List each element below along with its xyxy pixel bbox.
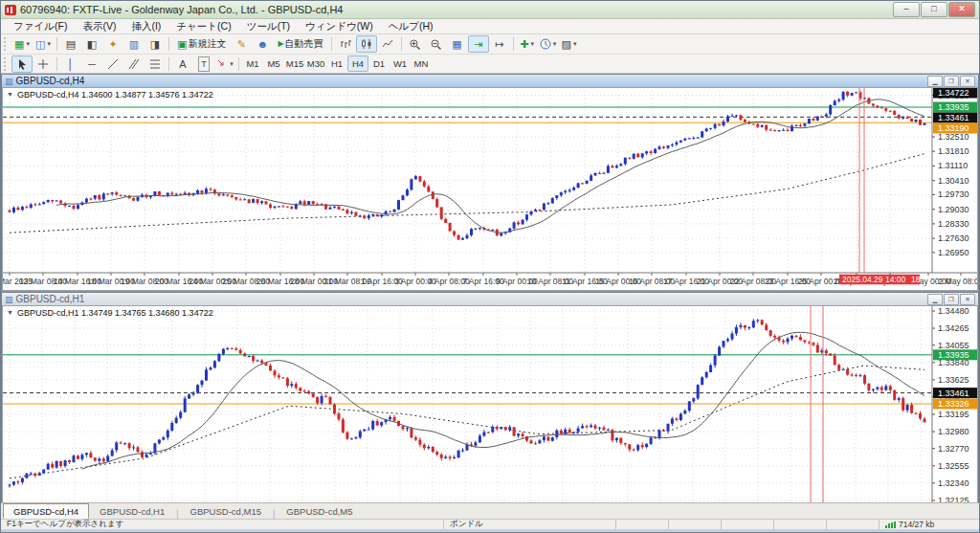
tile-windows-button[interactable]: ▦ [447, 35, 468, 53]
bar-chart-button[interactable] [335, 35, 356, 53]
vertical-line-button[interactable]: │ [60, 56, 81, 73]
menu-file[interactable]: ファイル(F) [7, 20, 74, 33]
maximize-button[interactable]: □ [921, 2, 947, 17]
fibonacci-icon [149, 58, 161, 70]
chart-restore-button[interactable]: ❐ [944, 294, 959, 305]
new-order-label: 新規注文 [188, 37, 226, 51]
candlestick-chart-button[interactable] [356, 35, 377, 53]
new-order-button[interactable]: ▣新規注文 [172, 35, 231, 53]
channel-icon [128, 58, 140, 70]
chart-close-button[interactable]: ✕ [960, 76, 975, 87]
tab-gbpusd-h4[interactable]: GBPUSD-cd,H4 [3, 503, 89, 519]
market-watch-button[interactable]: ▤ [60, 35, 81, 53]
chart-minimize-button[interactable]: ▁ [927, 76, 943, 87]
arrows-button[interactable]: ▾ [214, 56, 235, 73]
line-chart-button[interactable] [377, 35, 398, 53]
timeframe-h4-button[interactable]: H4 [347, 56, 368, 72]
svg-text:1.29730: 1.29730 [938, 189, 969, 199]
tab-gbpusd-h1[interactable]: GBPUSD-cd,H1 [89, 503, 175, 519]
strategy-tester-button[interactable]: ◨ [145, 35, 166, 53]
community-button[interactable]: ☻ [252, 35, 273, 53]
community-icon: ☻ [257, 37, 269, 51]
crosshair-button[interactable] [33, 56, 54, 73]
h1-chart-canvas[interactable]: 1.344801.342651.340551.338401.336251.334… [2, 305, 978, 502]
crosshair-icon [37, 58, 49, 70]
svg-text:1.33190: 1.33190 [938, 123, 969, 133]
chart-restore-button[interactable]: ❐ [944, 76, 959, 87]
new-chart-button[interactable]: ▦▾ [11, 35, 33, 53]
menu-tools[interactable]: ツール(T) [240, 20, 297, 33]
svg-text:1.30410: 1.30410 [938, 176, 969, 186]
text-label-button[interactable]: T [193, 56, 214, 73]
timeframe-m5-button[interactable]: M5 [263, 56, 284, 72]
timeframe-m15-button[interactable]: M15 [284, 56, 305, 72]
toolbar-grip[interactable] [4, 57, 9, 71]
chevron-down-icon: ▾ [573, 40, 577, 48]
arrow-icon [216, 58, 228, 70]
periods-button[interactable]: ▾ [538, 35, 559, 53]
text-button[interactable]: A [172, 56, 193, 73]
svg-text:1.33195: 1.33195 [938, 410, 969, 419]
metaeditor-icon: ✎ [237, 37, 246, 51]
svg-text:GBPUSD-cd,H1 1.34749 1.34765: GBPUSD-cd,H1 1.34749 1.34765 1.34680 1.3… [17, 308, 213, 318]
cursor-button[interactable] [11, 56, 33, 73]
trendline-button[interactable] [102, 56, 123, 73]
auto-scroll-button[interactable]: ⇥ [468, 35, 489, 53]
window-title: 60796940: FXTF-Live - Goldenway Japan Co… [20, 4, 344, 15]
minimize-button[interactable]: – [893, 2, 920, 17]
chart-minimize-button[interactable]: ▁ [927, 294, 943, 305]
horizontal-line-button[interactable]: ─ [81, 56, 102, 73]
timeframe-m1-button[interactable]: M1 [242, 56, 263, 72]
title-bar[interactable]: 60796940: FXTF-Live - Goldenway Japan Co… [1, 1, 979, 19]
channel-button[interactable] [123, 56, 145, 73]
autotrading-button[interactable]: ▶自動売買 [273, 35, 327, 53]
text-icon: A [179, 57, 186, 71]
templates-button[interactable]: ▨▾ [559, 35, 580, 53]
timeframe-w1-button[interactable]: W1 [390, 56, 411, 72]
data-window-button[interactable]: ◧ [81, 35, 102, 53]
h4-chart-canvas[interactable]: 1.345101.325101.318101.311101.304101.297… [2, 87, 978, 291]
trendline-icon [107, 58, 119, 70]
timeframe-mn-button[interactable]: MN [411, 56, 432, 72]
status-connection[interactable]: 714/27 kb [879, 520, 979, 529]
chevron-down-icon: ▾ [26, 40, 30, 48]
menu-window[interactable]: ウィンドウ(W) [299, 20, 380, 33]
menu-insert[interactable]: 挿入(I) [124, 20, 167, 33]
menu-view[interactable]: 表示(V) [76, 20, 122, 33]
indicators-button[interactable]: ✚▾ [517, 35, 538, 53]
zoom-in-icon [409, 38, 421, 51]
tab-gbpusd-m5[interactable]: GBPUSD-cd,M5 [276, 503, 363, 519]
chart-window-titlebar-h1[interactable]: ▥ GBPUSD-cd,H1 ▁ ❐ ✕ [2, 293, 978, 305]
chevron-down-icon: ▾ [47, 40, 51, 48]
profiles-button[interactable]: ◫▾ [33, 35, 54, 53]
svg-text:1.33625: 1.33625 [938, 375, 969, 385]
chart-shift-button[interactable]: ↦ [489, 35, 510, 53]
menu-help[interactable]: ヘルプ(H) [382, 20, 440, 33]
tab-gbpusd-m15[interactable]: GBPUSD-cd,M15 [180, 503, 272, 519]
svg-text:1.32555: 1.32555 [938, 461, 969, 471]
chart-window-titlebar-h4[interactable]: ▥ GBPUSD-cd,H4 ▁ ❐ ✕ [2, 75, 978, 87]
status-help-text: F1キーでヘルプが表示されます [1, 520, 443, 529]
zoom-out-button[interactable] [426, 35, 447, 53]
timeframe-d1-button[interactable]: D1 [368, 56, 390, 72]
status-cell [721, 520, 773, 529]
chevron-down-icon: ▾ [553, 40, 557, 48]
timeframe-m30-button[interactable]: M30 [305, 56, 326, 72]
menu-chart[interactable]: チャート(C) [169, 20, 237, 33]
zoom-in-button[interactable] [405, 35, 426, 53]
svg-text:1.33935: 1.33935 [938, 102, 969, 112]
metaeditor-button[interactable]: ✎ [231, 35, 252, 53]
navigator-button[interactable]: ✦ [102, 35, 123, 53]
terminal-button[interactable]: ▥ [123, 35, 145, 53]
fibonacci-button[interactable] [145, 56, 166, 73]
status-profile[interactable]: ポンドル [443, 520, 615, 529]
data-window-icon: ◧ [87, 37, 97, 51]
line-studies-toolbar: │ ─ A T ▾ M1 M5 M15 M30 H1 H4 D1 W1 MN [1, 55, 979, 74]
svg-text:▼: ▼ [7, 91, 13, 98]
timeframe-h1-button[interactable]: H1 [326, 56, 347, 72]
svg-text:2025.04.29 14:00: 2025.04.29 14:00 [842, 275, 905, 284]
toolbar-grip[interactable] [4, 37, 9, 51]
chart-close-button[interactable]: ✕ [960, 294, 975, 305]
close-button[interactable]: ✕ [948, 2, 975, 17]
svg-text:1.34265: 1.34265 [938, 323, 969, 333]
